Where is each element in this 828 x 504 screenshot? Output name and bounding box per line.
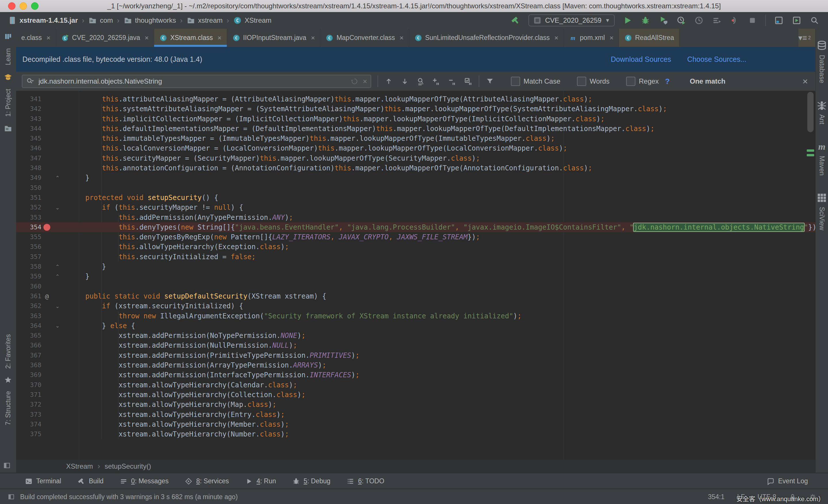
words-option[interactable]: Words (577, 77, 610, 86)
code-line-346[interactable]: 346 this.localConversionMapper = (LocalC… (16, 143, 815, 153)
gutter[interactable]: 371 (16, 390, 63, 400)
gutter[interactable]: 370 (16, 380, 63, 390)
gutter[interactable]: 357 (16, 252, 63, 262)
code-line-354[interactable]: 354 this.denyTypes(new String[]{"java.be… (16, 222, 815, 232)
gutter[interactable]: 343 (16, 114, 63, 124)
code-line-363[interactable]: 363 throw new IllegalArgumentException("… (16, 311, 815, 321)
code-line-345[interactable]: 345 this.immutableTypesMapper = (Immutab… (16, 134, 815, 143)
gutter[interactable]: 361@ (16, 291, 63, 301)
code-line-350[interactable]: 350 (16, 183, 815, 193)
select-all-occurrences-icon[interactable] (464, 77, 472, 86)
close-tab-icon[interactable]: × (47, 34, 51, 42)
code-line-341[interactable]: 341 this.attributeAliasingMapper = (Attr… (16, 94, 815, 104)
gutter[interactable]: 342 (16, 104, 63, 114)
education-icon[interactable] (4, 73, 12, 81)
folder-icon[interactable] (4, 124, 12, 133)
code-line-357[interactable]: 357 this.securityInitialized = false; (16, 252, 815, 262)
code-editor[interactable]: 341 this.attributeAliasingMapper = (Attr… (16, 91, 815, 460)
tab-e-class[interactable]: e.class× (16, 29, 56, 47)
gutter[interactable]: 373 (16, 410, 63, 419)
debug-bug-icon[interactable] (640, 15, 650, 25)
code-line-362[interactable]: 362⌄ if (xstream.securityInitialized) { (16, 301, 815, 311)
build-icon[interactable] (510, 15, 521, 25)
toolwindow-button-sciview[interactable]: SciView (816, 192, 828, 230)
match-case-option[interactable]: Match Case (511, 77, 560, 86)
search-icon[interactable] (26, 77, 35, 86)
code-line-355[interactable]: 355 this.denyTypesByRegExp(new Pattern[]… (16, 232, 815, 242)
caret-position[interactable]: 354:1 (708, 493, 724, 501)
toolwindow-button-8-services[interactable]: 8: Services (184, 477, 229, 485)
error-stripe-match-mark[interactable] (807, 154, 814, 156)
gutter[interactable]: 349⌃ (16, 173, 63, 183)
gutter[interactable]: 363 (16, 311, 63, 321)
gutter[interactable]: 364⌄ (16, 321, 63, 331)
run-configuration-select[interactable]: CVE_2020_26259 ▼ (529, 14, 615, 27)
fold-marker-icon[interactable]: ⌄ (55, 204, 60, 211)
tab-xstream-class[interactable]: CXStream.class× (154, 29, 227, 47)
error-stripe-match-mark[interactable] (807, 149, 814, 152)
code-line-352[interactable]: 352⌄ if (this.securityMapper != null) { (16, 202, 815, 212)
gutter[interactable]: 354 (16, 222, 63, 232)
tab-iiopinputstream-java[interactable]: CIIOPInputStream.java× (227, 29, 321, 47)
gutter[interactable]: 341 (16, 94, 63, 104)
close-tab-icon[interactable]: × (554, 34, 558, 42)
words-checkbox[interactable] (577, 77, 586, 86)
code-line-370[interactable]: 370 xstream.allowTypeHierarchy(Calendar.… (16, 380, 815, 390)
breadcrumb-item[interactable]: thoughtworks (124, 16, 176, 25)
breadcrumb-item[interactable]: xstream (187, 16, 222, 25)
sidebar-item-learn[interactable]: Learn (4, 48, 12, 65)
new-line-icon[interactable] (350, 77, 359, 86)
toolwindow-button-maven[interactable]: mMaven (816, 140, 828, 176)
remove-occurrence-icon[interactable] (448, 77, 456, 86)
download-sources-link[interactable]: Download Sources (611, 55, 671, 63)
toolwindow-button-5-debug[interactable]: 5: Debug (292, 477, 330, 485)
toolwindow-toggle-icon[interactable] (3, 461, 11, 471)
tab-pom-xml[interactable]: mpom.xml× (564, 29, 619, 47)
toolwindow-button-build[interactable]: Build (77, 477, 104, 485)
gutter[interactable]: 360 (16, 282, 63, 291)
toolwindows-icon[interactable] (774, 15, 784, 25)
gutter[interactable]: 372 (16, 400, 63, 409)
code-line-359[interactable]: 359⌃ } (16, 272, 815, 281)
regex-option[interactable]: Regex (626, 77, 659, 86)
code-line-349[interactable]: 349⌃ } (16, 173, 815, 183)
breadcrumb-item[interactable]: CXStream (233, 16, 272, 25)
gutter[interactable]: 366 (16, 340, 63, 350)
arrow-up-icon[interactable] (384, 77, 393, 86)
run-icon[interactable] (623, 15, 632, 25)
close-search-icon[interactable]: × (802, 76, 808, 87)
gutter[interactable]: 369 (16, 370, 63, 380)
close-tab-icon[interactable]: × (400, 34, 404, 42)
code-line-365[interactable]: 365 xstream.addPermission(NoTypePermissi… (16, 331, 815, 340)
gutter[interactable]: 351 (16, 193, 63, 202)
choose-sources-link[interactable]: Choose Sources... (687, 55, 746, 63)
gutter[interactable]: 356 (16, 242, 63, 252)
code-line-360[interactable]: 360 (16, 282, 815, 291)
gutter[interactable]: 350 (16, 183, 63, 193)
close-tab-icon[interactable]: × (311, 34, 315, 42)
code-line-351[interactable]: 351 protected void setupSecurity() { (16, 193, 815, 202)
code-line-372[interactable]: 372 xstream.allowTypeHierarchy(Map.class… (16, 400, 815, 409)
columns-icon[interactable] (4, 32, 12, 41)
toolwindow-button-database[interactable]: Database (816, 40, 828, 83)
match-case-checkbox[interactable] (511, 77, 520, 86)
sidebar-item-1-project[interactable]: 1: Project (4, 89, 12, 117)
code-line-367[interactable]: 367 xstream.addPermission(PrimitiveTypeP… (16, 351, 815, 360)
code-line-348[interactable]: 348 this.annotationConfiguration = (Anno… (16, 163, 815, 173)
toolwindow-button-4-run[interactable]: 4: Run (245, 477, 276, 485)
code-line-356[interactable]: 356 this.allowTypeHierarchy(Exception.cl… (16, 242, 815, 252)
code-line-343[interactable]: 343 this.implicitCollectionMapper = (Imp… (16, 114, 815, 124)
help-icon[interactable]: ? (665, 77, 670, 86)
window-toggle-icon[interactable] (7, 493, 15, 501)
gutter[interactable]: 374 (16, 419, 63, 429)
code-line-344[interactable]: 344 this.defaultImplementationsMapper = … (16, 124, 815, 134)
clock-icon[interactable] (694, 15, 704, 25)
arrow-down-icon[interactable] (401, 77, 409, 86)
gutter[interactable]: 365 (16, 331, 63, 340)
fold-marker-icon[interactable]: ⌃ (55, 273, 60, 280)
status-message[interactable]: Build completed successfully with 3 warn… (20, 493, 238, 501)
code-line-358[interactable]: 358⌃ } (16, 262, 815, 272)
tab-mapconverter-class[interactable]: CMapConverter.class× (320, 29, 409, 47)
code-line-347[interactable]: 347 this.securityMapper = (SecurityMappe… (16, 153, 815, 163)
close-tab-icon[interactable]: × (610, 34, 614, 42)
